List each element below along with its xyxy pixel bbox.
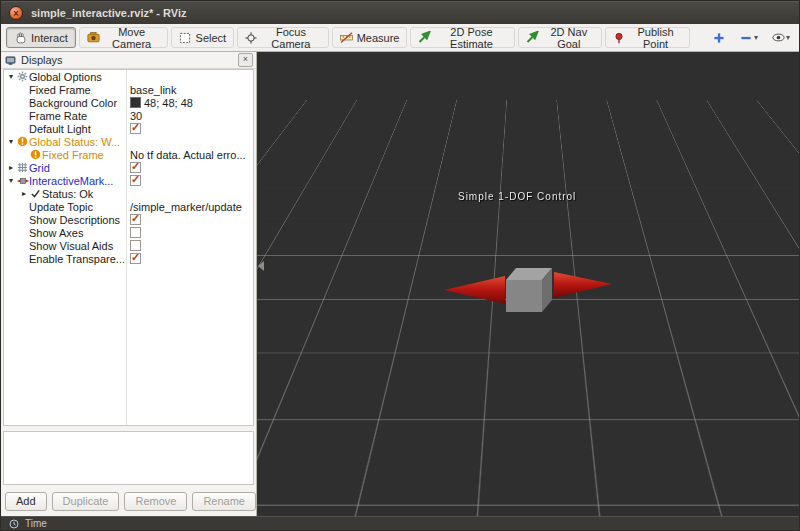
tree-row[interactable]: ▸Status: Ok — [4, 187, 253, 200]
property-name: Global Status: W... — [29, 136, 120, 148]
expander-icon[interactable]: ▾ — [6, 135, 16, 148]
property-value-cell[interactable] — [126, 239, 253, 252]
property-value: No tf data. Actual erro... — [130, 149, 246, 161]
left-arrow-handle — [444, 276, 505, 304]
property-value-cell[interactable] — [126, 226, 253, 239]
checkbox[interactable] — [130, 253, 141, 264]
tool-interact[interactable]: Interact — [6, 27, 76, 48]
tool-label: Select — [196, 32, 227, 44]
close-button[interactable]: × — [9, 6, 23, 20]
expander-icon[interactable]: ▸ — [6, 161, 16, 174]
expander-icon[interactable]: ▸ — [19, 187, 29, 200]
rename-display-button[interactable]: Rename — [192, 492, 256, 511]
tool-label: 2D Nav Goal — [543, 26, 594, 50]
measure-icon — [340, 31, 353, 44]
property-value-cell[interactable]: /simple_marker/update — [126, 200, 253, 213]
tool-2d-pose-estimate[interactable]: 2D Pose Estimate — [410, 27, 515, 48]
tree-row[interactable]: ▸Grid — [4, 161, 253, 174]
tree-row[interactable]: Fixed FrameNo tf data. Actual erro... — [4, 148, 253, 161]
marker-label: Simple 1-DOF Control — [458, 191, 576, 202]
tool-2d-nav-goal[interactable]: 2D Nav Goal — [518, 27, 602, 48]
tool-label: 2D Pose Estimate — [435, 26, 507, 50]
checkbox[interactable] — [130, 175, 141, 186]
checkbox[interactable] — [130, 214, 141, 225]
tree-row[interactable]: Show Axes — [4, 226, 253, 239]
property-value-cell[interactable]: No tf data. Actual erro... — [126, 148, 253, 161]
add-tool-button[interactable] — [709, 28, 730, 48]
property-value-cell[interactable] — [126, 187, 253, 200]
checkbox[interactable] — [130, 123, 141, 134]
panel-collapse-handle[interactable] — [258, 261, 264, 271]
3d-viewport[interactable]: Simple 1-DOF Control — [257, 52, 799, 516]
expander-icon[interactable]: ▾ — [6, 70, 16, 83]
checkbox[interactable] — [130, 240, 141, 251]
property-value-cell[interactable] — [126, 174, 253, 187]
pose-estimate-arrow-icon — [418, 31, 431, 44]
tool-measure[interactable]: Measure — [332, 27, 408, 48]
ok-check-icon — [29, 187, 42, 200]
property-value-cell[interactable] — [126, 213, 253, 226]
options-icon — [16, 70, 29, 83]
property-value-cell[interactable]: base_link — [126, 83, 253, 96]
select-icon — [179, 31, 192, 44]
expander-icon[interactable]: ▾ — [6, 174, 16, 187]
property-name-cell: Fixed Frame — [4, 83, 126, 96]
checkbox[interactable] — [130, 227, 141, 238]
property-value-cell[interactable] — [126, 122, 253, 135]
minus-icon — [740, 31, 753, 44]
nav-goal-arrow-icon — [526, 31, 539, 44]
tree-row[interactable]: Show Descriptions — [4, 213, 253, 226]
property-value-cell[interactable]: 48; 48; 48 — [126, 96, 253, 109]
tool-publish-point[interactable]: Publish Point — [605, 27, 690, 48]
property-value-cell[interactable]: 30 — [126, 109, 253, 122]
color-swatch[interactable] — [130, 97, 141, 108]
tree-row[interactable]: ▾Global Status: W... — [4, 135, 253, 148]
tree-row[interactable]: ▾InteractiveMark... — [4, 174, 253, 187]
property-value-cell[interactable] — [126, 135, 253, 148]
warning-icon — [16, 135, 29, 148]
focus-camera-icon — [245, 31, 257, 44]
cube-front-face — [506, 280, 542, 312]
right-arrow-handle — [554, 272, 612, 298]
add-display-button[interactable]: Add — [5, 492, 47, 511]
duplicate-display-button[interactable]: Duplicate — [52, 492, 120, 511]
titlebar[interactable]: × simple_interactive.rviz* - RViz — [1, 1, 799, 24]
time-panel[interactable]: Time — [1, 516, 799, 530]
tree-row[interactable]: Default Light — [4, 122, 253, 135]
tree-row[interactable]: Background Color48; 48; 48 — [4, 96, 253, 109]
tool-label: Interact — [31, 32, 68, 44]
tool-visibility-button[interactable]: ▾ — [768, 28, 794, 48]
checkbox[interactable] — [130, 162, 141, 173]
interactive-marker[interactable] — [442, 254, 614, 324]
remove-tool-button[interactable]: ▾ — [736, 28, 762, 48]
tree-row[interactable]: ▾Global Options — [4, 70, 253, 83]
property-value-cell[interactable] — [126, 252, 253, 265]
property-value-cell[interactable] — [126, 161, 253, 174]
displays-panel-header[interactable]: Displays × — [1, 52, 256, 69]
toolbar-extra: ▾▾ — [709, 28, 794, 48]
property-name: Frame Rate — [29, 110, 87, 122]
remove-display-button[interactable]: Remove — [124, 492, 187, 511]
property-name-cell: ▾InteractiveMark... — [4, 174, 126, 187]
property-name: Show Visual Aids — [29, 240, 113, 252]
tool-focus-camera[interactable]: Focus Camera — [237, 27, 329, 48]
property-name-cell: ▸Status: Ok — [4, 187, 126, 200]
property-name: Show Descriptions — [29, 214, 120, 226]
property-value-cell[interactable] — [126, 70, 253, 83]
toolbar-tools: InteractMove CameraSelectFocus CameraMea… — [6, 27, 690, 48]
tree-row[interactable]: Show Visual Aids — [4, 239, 253, 252]
tree-row[interactable]: Enable Transpare... — [4, 252, 253, 265]
tool-select[interactable]: Select — [171, 27, 235, 48]
tool-move-camera[interactable]: Move Camera — [79, 27, 168, 48]
displays-tree: ▾Global OptionsFixed Framebase_linkBackg… — [3, 69, 254, 426]
property-value: 48; 48; 48 — [144, 97, 193, 109]
property-name: Fixed Frame — [42, 149, 104, 161]
tree-row[interactable]: Fixed Framebase_link — [4, 83, 253, 96]
panel-title: Displays — [21, 54, 63, 66]
panel-close-button[interactable]: × — [238, 53, 253, 67]
property-name-cell: ▾Global Options — [4, 70, 126, 83]
warning-icon — [29, 148, 42, 161]
tree-row[interactable]: Frame Rate30 — [4, 109, 253, 122]
tree-row[interactable]: Update Topic/simple_marker/update — [4, 200, 253, 213]
eye-icon — [772, 31, 785, 44]
